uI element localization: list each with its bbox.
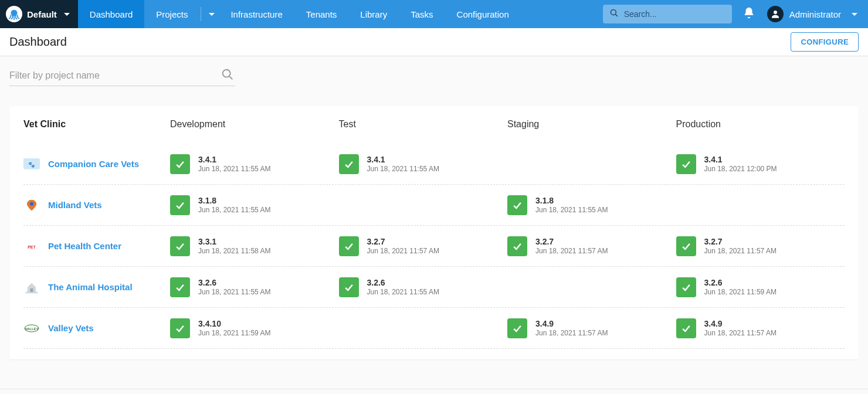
project-row: The Animal Hospital3.2.6Jun 18, 2021 11:… bbox=[23, 267, 845, 308]
release-version: 3.4.10 bbox=[198, 319, 270, 328]
release-version: 3.1.8 bbox=[535, 196, 608, 205]
status-success-icon bbox=[170, 277, 190, 297]
nav-tasks[interactable]: Tasks bbox=[399, 0, 445, 28]
deployment-cell[interactable]: 3.2.6Jun 18, 2021 11:55 AM bbox=[170, 277, 339, 297]
status-success-icon bbox=[170, 154, 190, 174]
notifications-button[interactable] bbox=[742, 6, 757, 22]
search-input[interactable] bbox=[624, 9, 727, 19]
project-row: Midland Vets3.1.8Jun 18, 2021 11:55 AM3.… bbox=[23, 185, 845, 226]
global-search[interactable] bbox=[603, 5, 732, 23]
release-version: 3.2.7 bbox=[367, 237, 439, 246]
deployment-cell[interactable]: 3.4.1Jun 18, 2021 11:55 AM bbox=[339, 154, 508, 174]
search-icon bbox=[221, 68, 234, 83]
status-success-icon bbox=[339, 277, 359, 297]
status-success-icon bbox=[676, 236, 696, 256]
release-version: 3.4.9 bbox=[704, 319, 777, 328]
configure-button[interactable]: CONFIGURE bbox=[791, 32, 859, 52]
deploy-time: Jun 18, 2021 11:55 AM bbox=[535, 206, 608, 214]
project-icon: VALLEY bbox=[23, 322, 40, 334]
svg-point-3 bbox=[774, 11, 777, 14]
chevron-down-icon bbox=[852, 13, 857, 16]
deployment-cell[interactable]: 3.3.1Jun 18, 2021 11:58 AM bbox=[170, 236, 339, 256]
nav-library[interactable]: Library bbox=[348, 0, 399, 28]
deploy-time: Jun 18, 2021 11:55 AM bbox=[367, 288, 439, 296]
project-icon: 🐾 bbox=[23, 158, 40, 170]
release-version: 3.2.7 bbox=[704, 237, 777, 246]
deployment-cell[interactable]: 3.4.9Jun 18, 2021 11:57 AM bbox=[676, 318, 845, 338]
deployment-cell[interactable]: 3.4.9Jun 18, 2021 11:57 AM bbox=[507, 318, 676, 338]
svg-line-2 bbox=[615, 14, 618, 16]
deployment-cell[interactable]: 3.2.7Jun 18, 2021 11:57 AM bbox=[507, 236, 676, 256]
deploy-time: Jun 18, 2021 11:57 AM bbox=[704, 329, 777, 337]
release-version: 3.4.1 bbox=[198, 155, 270, 164]
deployment-cell[interactable]: 3.2.7Jun 18, 2021 11:57 AM bbox=[676, 236, 845, 256]
release-version: 3.4.1 bbox=[367, 155, 439, 164]
deploy-time: Jun 18, 2021 11:55 AM bbox=[198, 206, 270, 214]
project-group-card: Vet Clinic Development Test Staging Prod… bbox=[9, 106, 859, 359]
top-nav-right: Administrator bbox=[603, 5, 868, 23]
release-version: 3.4.1 bbox=[704, 155, 777, 164]
deploy-info: 3.4.1Jun 18, 2021 12:00 PM bbox=[704, 155, 777, 173]
deploy-info: 3.1.8Jun 18, 2021 11:55 AM bbox=[535, 196, 608, 214]
release-version: 3.2.6 bbox=[704, 278, 777, 287]
deploy-info: 3.2.7Jun 18, 2021 11:57 AM bbox=[704, 237, 777, 255]
project-link[interactable]: Midland Vets bbox=[48, 200, 102, 210]
project-link[interactable]: Companion Care Vets bbox=[48, 159, 139, 169]
deploy-time: Jun 18, 2021 11:55 AM bbox=[367, 165, 439, 173]
svg-text:🐾: 🐾 bbox=[28, 161, 35, 168]
project-cell: The Animal Hospital bbox=[23, 281, 170, 293]
status-success-icon bbox=[676, 154, 696, 174]
project-cell: VALLEYValley Vets bbox=[23, 322, 170, 334]
nav-tenants[interactable]: Tenants bbox=[294, 0, 349, 28]
nav-projects[interactable]: Projects bbox=[144, 0, 199, 28]
svg-text:VALLEY: VALLEY bbox=[25, 327, 38, 331]
footer-divider bbox=[0, 389, 868, 389]
project-cell: Midland Vets bbox=[23, 199, 170, 211]
nav-infrastructure[interactable]: Infrastructure bbox=[219, 0, 294, 28]
deployment-cell[interactable]: 3.2.7Jun 18, 2021 11:57 AM bbox=[339, 236, 508, 256]
user-icon bbox=[770, 9, 781, 19]
env-header: Development bbox=[170, 119, 339, 130]
deploy-info: 3.1.8Jun 18, 2021 11:55 AM bbox=[198, 196, 270, 214]
deploy-time: Jun 18, 2021 11:57 AM bbox=[535, 329, 608, 337]
env-header: Staging bbox=[507, 119, 676, 130]
release-version: 3.4.9 bbox=[535, 319, 608, 328]
deployment-cell[interactable]: 3.2.6Jun 18, 2021 11:59 AM bbox=[676, 277, 845, 297]
project-row: 🐾Companion Care Vets3.4.1Jun 18, 2021 11… bbox=[23, 144, 845, 185]
deployment-cell[interactable]: 3.4.10Jun 18, 2021 11:59 AM bbox=[170, 318, 339, 338]
deploy-info: 3.2.6Jun 18, 2021 11:55 AM bbox=[198, 278, 270, 296]
filter-input[interactable] bbox=[9, 66, 235, 86]
project-icon bbox=[23, 199, 40, 211]
deploy-info: 3.2.7Jun 18, 2021 11:57 AM bbox=[367, 237, 439, 255]
nav-configuration[interactable]: Configuration bbox=[445, 0, 521, 28]
svg-rect-9 bbox=[30, 288, 33, 292]
svg-text:PET: PET bbox=[28, 245, 36, 249]
deploy-info: 3.3.1Jun 18, 2021 11:58 AM bbox=[198, 237, 270, 255]
space-name: Default bbox=[27, 9, 57, 19]
top-nav: Default Dashboard Projects Infrastructur… bbox=[0, 0, 868, 28]
search-icon bbox=[609, 8, 619, 21]
chevron-down-icon bbox=[209, 13, 215, 16]
space-selector[interactable]: Default bbox=[0, 0, 78, 28]
project-link[interactable]: The Animal Hospital bbox=[48, 282, 133, 292]
deployment-cell[interactable]: 3.4.1Jun 18, 2021 12:00 PM bbox=[676, 154, 845, 174]
project-cell: PETPet Health Center bbox=[23, 240, 170, 252]
deploy-info: 3.4.9Jun 18, 2021 11:57 AM bbox=[535, 319, 608, 337]
nav-dashboard[interactable]: Dashboard bbox=[78, 0, 144, 28]
deploy-time: Jun 18, 2021 11:55 AM bbox=[198, 165, 270, 173]
deploy-time: Jun 18, 2021 11:59 AM bbox=[198, 329, 270, 337]
deploy-time: Jun 18, 2021 11:57 AM bbox=[535, 247, 608, 255]
deployment-cell[interactable]: 3.2.6Jun 18, 2021 11:55 AM bbox=[339, 277, 508, 297]
deployment-cell[interactable]: 3.1.8Jun 18, 2021 11:55 AM bbox=[507, 195, 676, 215]
project-link[interactable]: Pet Health Center bbox=[48, 241, 121, 251]
project-link[interactable]: Valley Vets bbox=[48, 323, 94, 333]
projects-menu-toggle[interactable] bbox=[202, 0, 219, 28]
deployment-cell[interactable]: 3.1.8Jun 18, 2021 11:55 AM bbox=[170, 195, 339, 215]
deploy-time: Jun 18, 2021 11:55 AM bbox=[198, 288, 270, 296]
svg-point-0 bbox=[11, 10, 18, 16]
user-menu[interactable]: Administrator bbox=[767, 6, 857, 22]
release-version: 3.2.6 bbox=[198, 278, 270, 287]
status-success-icon bbox=[339, 236, 359, 256]
page-title: Dashboard bbox=[9, 35, 67, 49]
deployment-cell[interactable]: 3.4.1Jun 18, 2021 11:55 AM bbox=[170, 154, 339, 174]
